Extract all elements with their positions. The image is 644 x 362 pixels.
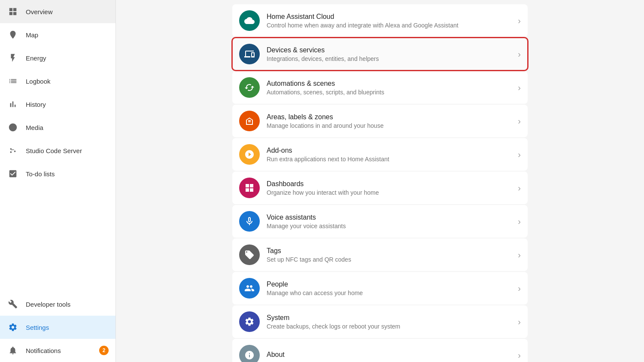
settings-title-areas: Areas, labels & zones xyxy=(267,113,511,121)
cloud-icon xyxy=(244,15,255,26)
areas-icon-wrap xyxy=(239,111,260,131)
chevron-right-icon: › xyxy=(518,217,521,226)
settings-item-people[interactable]: People Manage who can access your home › xyxy=(232,272,528,305)
map-icon xyxy=(7,29,19,41)
sidebar-item-energy[interactable]: Energy xyxy=(0,46,115,69)
settings-title-cloud: Home Assistant Cloud xyxy=(267,13,511,21)
sidebar-item-overview[interactable]: Overview xyxy=(0,0,115,23)
areas-icon xyxy=(244,116,255,126)
settings-text-system: System Create backups, check logs or reb… xyxy=(267,314,511,330)
settings-desc-voice: Manage your voice assistants xyxy=(267,223,511,229)
settings-text-addons: Add-ons Run extra applications next to H… xyxy=(267,147,511,163)
devices-icon-wrap xyxy=(239,44,260,64)
system-icon xyxy=(244,317,255,327)
automations-icon xyxy=(244,82,255,93)
settings-desc-system: Create backups, check logs or reboot you… xyxy=(267,323,511,330)
dashboards-icon xyxy=(244,183,255,193)
settings-title-devices: Devices & services xyxy=(267,46,511,54)
cloud-icon-wrap xyxy=(239,10,260,31)
settings-title-tags: Tags xyxy=(267,247,511,255)
play-icon xyxy=(7,121,19,133)
sidebar-label-map: Map xyxy=(26,31,109,39)
sidebar-label-settings: Settings xyxy=(26,324,109,331)
main-content: Home Assistant Cloud Control home when a… xyxy=(116,0,644,362)
settings-item-addons[interactable]: Add-ons Run extra applications next to H… xyxy=(232,138,528,171)
settings-text-people: People Manage who can access your home xyxy=(267,281,511,296)
settings-text-cloud: Home Assistant Cloud Control home when a… xyxy=(267,13,511,29)
sidebar-item-developer[interactable]: Developer tools xyxy=(0,293,115,316)
settings-item-system[interactable]: System Create backups, check logs or reb… xyxy=(232,305,528,338)
sidebar-item-media[interactable]: Media xyxy=(0,116,115,139)
settings-title-addons: Add-ons xyxy=(267,147,511,154)
settings-item-cloud[interactable]: Home Assistant Cloud Control home when a… xyxy=(232,4,528,37)
chevron-right-icon: › xyxy=(518,284,521,293)
sidebar-label-logbook: Logbook xyxy=(26,78,109,85)
settings-item-tags[interactable]: Tags Set up NFC tags and QR codes › xyxy=(232,238,528,271)
bolt-icon xyxy=(7,52,19,64)
chevron-right-icon: › xyxy=(518,116,521,126)
dashboards-icon-wrap xyxy=(239,178,260,198)
wrench-icon xyxy=(7,298,19,310)
settings-desc-people: Manage who can access your home xyxy=(267,290,511,296)
chevron-right-icon: › xyxy=(518,317,521,327)
chevron-right-icon: › xyxy=(518,183,521,193)
list-icon xyxy=(7,75,19,87)
chevron-right-icon: › xyxy=(518,150,521,160)
people-icon xyxy=(244,283,255,293)
settings-title-automations: Automations & scenes xyxy=(267,80,511,87)
settings-title-system: System xyxy=(267,314,511,322)
settings-title-people: People xyxy=(267,281,511,288)
checklist-icon xyxy=(7,168,19,180)
settings-item-voice[interactable]: Voice assistants Manage your voice assis… xyxy=(232,205,528,238)
sidebar-label-history: History xyxy=(26,101,109,108)
sidebar-label-todo: To-do lists xyxy=(26,170,109,178)
settings-text-tags: Tags Set up NFC tags and QR codes xyxy=(267,247,511,263)
chevron-right-icon: › xyxy=(518,16,521,26)
settings-desc-automations: Automations, scenes, scripts, and bluepr… xyxy=(267,89,511,96)
sidebar-item-settings[interactable]: Settings xyxy=(0,316,115,339)
sidebar-item-map[interactable]: Map xyxy=(0,23,115,46)
sidebar-item-history[interactable]: History xyxy=(0,93,115,116)
chevron-right-icon: › xyxy=(518,250,521,260)
settings-text-areas: Areas, labels & zones Manage locations i… xyxy=(267,113,511,129)
bell-icon xyxy=(7,344,19,356)
sidebar-spacer xyxy=(0,185,115,293)
settings-text-voice: Voice assistants Manage your voice assis… xyxy=(267,214,511,229)
sidebar-label-energy: Energy xyxy=(26,54,109,62)
settings-title-voice: Voice assistants xyxy=(267,214,511,221)
settings-title-about: About xyxy=(267,351,511,359)
settings-text-about: About xyxy=(267,351,511,360)
settings-item-areas[interactable]: Areas, labels & zones Manage locations i… xyxy=(232,105,528,137)
sidebar-item-notifications[interactable]: Notifications 2 xyxy=(0,339,115,362)
settings-desc-cloud: Control home when away and integrate wit… xyxy=(267,22,511,29)
sidebar-label-notifications: Notifications xyxy=(26,347,92,354)
branch-icon xyxy=(7,145,19,157)
sidebar-item-todo[interactable]: To-do lists xyxy=(0,162,115,185)
sidebar-item-logbook[interactable]: Logbook xyxy=(0,69,115,93)
settings-desc-addons: Run extra applications next to Home Assi… xyxy=(267,156,511,163)
system-icon-wrap xyxy=(239,311,260,332)
settings-item-dashboards[interactable]: Dashboards Organize how you interact wit… xyxy=(232,172,528,204)
sidebar-item-studio[interactable]: Studio Code Server xyxy=(0,139,115,162)
about-icon xyxy=(244,350,255,360)
settings-desc-devices: Integrations, devices, entities, and hel… xyxy=(267,55,511,62)
chevron-right-icon: › xyxy=(518,83,521,93)
voice-icon xyxy=(244,216,255,226)
settings-text-automations: Automations & scenes Automations, scenes… xyxy=(267,80,511,96)
addons-icon-wrap xyxy=(239,144,260,165)
sidebar-label-developer: Developer tools xyxy=(26,301,109,308)
addons-icon xyxy=(244,149,255,160)
about-icon-wrap xyxy=(239,345,260,362)
settings-item-automations[interactable]: Automations & scenes Automations, scenes… xyxy=(232,71,528,104)
automations-icon-wrap xyxy=(239,77,260,98)
sidebar-label-studio: Studio Code Server xyxy=(26,147,109,154)
people-icon-wrap xyxy=(239,278,260,299)
settings-title-dashboards: Dashboards xyxy=(267,180,511,188)
settings-desc-dashboards: Organize how you interact with your home xyxy=(267,189,511,196)
settings-item-devices[interactable]: Devices & services Integrations, devices… xyxy=(232,38,528,70)
tags-icon-wrap xyxy=(239,244,260,265)
settings-item-about[interactable]: About › xyxy=(232,339,528,362)
settings-desc-areas: Manage locations in and around your hous… xyxy=(267,122,511,129)
devices-icon xyxy=(244,49,255,59)
sidebar-label-media: Media xyxy=(26,124,109,131)
